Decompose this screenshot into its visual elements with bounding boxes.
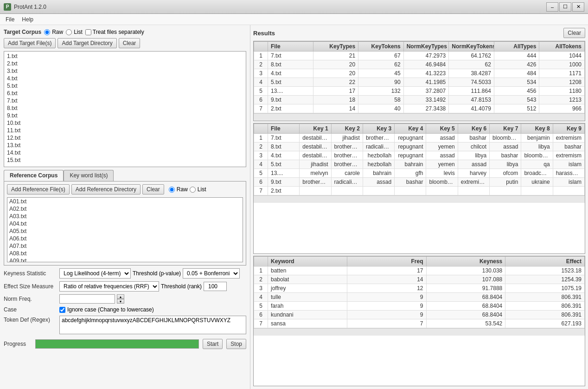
clear-results-button[interactable]: Clear bbox=[563, 28, 585, 38]
table-row[interactable]: 28.txtdestabilisingbrotherhoodradicalise… bbox=[254, 143, 585, 151]
table-row[interactable]: 69.txtbrotherho...radicalisedassadbashar… bbox=[254, 178, 585, 187]
minimize-button[interactable]: – bbox=[546, 2, 558, 12]
col-header[interactable] bbox=[254, 256, 268, 266]
add-target-directory-button[interactable]: Add Target Directory bbox=[58, 38, 116, 48]
table-row[interactable]: 6kundnani968.8404806.391 bbox=[254, 310, 585, 319]
menu-file[interactable]: File bbox=[2, 15, 18, 24]
table-row[interactable]: 72.txt144027.343841.4079512966 bbox=[254, 104, 585, 113]
col-header[interactable]: AllTokens bbox=[539, 42, 585, 52]
keyness-select[interactable]: Log Likelihood (4-term)Chi-squareFisher … bbox=[59, 268, 131, 279]
target-file-item[interactable]: 10.txt bbox=[6, 119, 244, 127]
ref-file-item[interactable]: A01.txt bbox=[7, 198, 243, 205]
norm-freq-input[interactable]: per 1000 words bbox=[59, 294, 115, 304]
menu-help[interactable]: Help bbox=[18, 15, 37, 24]
table-row[interactable]: 5farah968.8404806.391 bbox=[254, 301, 585, 310]
radio-list[interactable] bbox=[66, 29, 72, 35]
col-header[interactable]: Key 8 bbox=[521, 124, 553, 134]
ref-file-item[interactable]: A02.txt bbox=[7, 205, 243, 213]
col-header[interactable] bbox=[254, 42, 268, 52]
clear-reference-button[interactable]: Clear bbox=[142, 184, 164, 194]
top-table-scroll[interactable]: FileKeyTypesKeyTokensNormKeyTypesNormKey… bbox=[254, 41, 585, 113]
col-header[interactable]: Effect bbox=[505, 256, 585, 266]
tab-keyword-list[interactable]: Key word list(s) bbox=[64, 170, 114, 181]
middle-table-scroll[interactable]: FileKey 1Key 2Key 3Key 4Key 5Key 6Key 7K… bbox=[254, 123, 585, 195]
table-row[interactable]: 1batten17130.0381523.18 bbox=[254, 266, 585, 275]
treat-files-separately-group[interactable]: Treat files separately bbox=[85, 29, 144, 35]
col-header[interactable]: NormKeyTokens bbox=[449, 42, 494, 52]
target-file-item[interactable]: 5.txt bbox=[6, 82, 244, 90]
col-header[interactable]: File bbox=[268, 42, 313, 52]
ref-radio-list-group[interactable]: List bbox=[190, 184, 206, 194]
target-file-item[interactable]: 9.txt bbox=[6, 112, 244, 119]
table-row[interactable]: 3joffrey1291.78881075.19 bbox=[254, 284, 585, 292]
col-header[interactable]: Key 5 bbox=[426, 124, 458, 134]
target-file-item[interactable]: 15.txt bbox=[6, 156, 244, 164]
col-header[interactable]: Key 1 bbox=[300, 124, 331, 134]
target-file-list[interactable]: 1.txt2.txt3.txt4.txt5.txt6.txt7.txt8.txt… bbox=[4, 52, 246, 167]
target-file-item[interactable]: 6.txt bbox=[6, 90, 244, 97]
table-row[interactable]: 34.txtdestabilisingbrotherhoodhezbollahr… bbox=[254, 151, 585, 160]
table-row[interactable]: 72.txt bbox=[254, 187, 585, 195]
table-row[interactable]: 45.txtjihadistbrotherhoodhezbollahbahrai… bbox=[254, 160, 585, 169]
ref-file-item[interactable]: A06.txt bbox=[7, 235, 243, 242]
ref-file-item[interactable]: A05.txt bbox=[7, 227, 243, 235]
ref-file-list[interactable]: A01.txtA02.txtA03.txtA04.txtA05.txtA06.t… bbox=[7, 197, 243, 262]
col-header[interactable]: File bbox=[268, 124, 300, 134]
effect-size-select[interactable]: Ratio of relative frequencies (RRF)Log R… bbox=[59, 281, 159, 292]
norm-freq-down[interactable]: ▼ bbox=[117, 299, 124, 304]
bottom-scrollbar-h[interactable] bbox=[254, 328, 585, 336]
table-row[interactable]: 513....1713237.2807111.8644561180 bbox=[254, 87, 585, 96]
table-row[interactable]: 2babolat14107.0881254.39 bbox=[254, 275, 585, 284]
clear-target-button[interactable]: Clear bbox=[119, 38, 141, 48]
start-button[interactable]: Start bbox=[203, 339, 223, 349]
ref-file-item[interactable]: A07.txt bbox=[7, 242, 243, 250]
table-row[interactable]: 7sansa753.542627.193 bbox=[254, 319, 585, 328]
ref-file-item[interactable]: A04.txt bbox=[7, 220, 243, 227]
target-file-item[interactable]: 4.txt bbox=[6, 75, 244, 82]
add-reference-directory-button[interactable]: Add Reference Directory bbox=[71, 184, 141, 194]
col-header[interactable]: Keyword bbox=[268, 256, 347, 266]
col-header[interactable] bbox=[254, 124, 268, 134]
ref-radio-list[interactable] bbox=[190, 187, 196, 193]
radio-raw-group[interactable]: Raw bbox=[44, 29, 63, 35]
target-file-item[interactable]: 14.txt bbox=[6, 149, 244, 156]
table-row[interactable]: 45.txt229041.198574.50335341208 bbox=[254, 78, 585, 87]
col-header[interactable]: Key 7 bbox=[490, 124, 521, 134]
target-file-item[interactable]: 7.txt bbox=[6, 97, 244, 104]
ignore-case-checkbox[interactable] bbox=[59, 307, 65, 313]
ref-file-item[interactable]: A03.txt bbox=[7, 213, 243, 220]
col-header[interactable]: Key 6 bbox=[458, 124, 489, 134]
middle-scrollbar-h[interactable] bbox=[254, 195, 585, 203]
close-button[interactable]: ✕ bbox=[572, 2, 584, 12]
col-header[interactable]: Key 4 bbox=[395, 124, 426, 134]
table-row[interactable]: 4tulle968.8404806.391 bbox=[254, 292, 585, 301]
bottom-table-scroll[interactable]: KeywordFreqKeynessEffect1batten17130.038… bbox=[254, 256, 585, 328]
col-header[interactable]: Key 3 bbox=[363, 124, 394, 134]
col-header[interactable]: Key 9 bbox=[553, 124, 584, 134]
table-row[interactable]: 28.txt206246.9484624261000 bbox=[254, 60, 585, 69]
table-row[interactable]: 17.txtdestabilisingjihadistbrotherhoodre… bbox=[254, 134, 585, 143]
stop-button[interactable]: Stop bbox=[226, 339, 246, 349]
target-file-item[interactable]: 12.txt bbox=[6, 134, 244, 142]
rank-input[interactable]: 100 bbox=[204, 282, 227, 291]
col-header[interactable]: Key 2 bbox=[331, 124, 363, 134]
target-file-item[interactable]: 13.txt bbox=[6, 142, 244, 149]
col-header[interactable]: AllTypes bbox=[494, 42, 539, 52]
add-reference-files-button[interactable]: Add Reference File(s) bbox=[7, 184, 70, 194]
ref-radio-raw-group[interactable]: Raw bbox=[169, 184, 188, 194]
add-target-files-button[interactable]: Add Target File(s) bbox=[4, 38, 56, 48]
col-header[interactable]: Keyness bbox=[426, 256, 505, 266]
tab-reference-corpus[interactable]: Reference Corpus bbox=[4, 170, 64, 181]
radio-list-group[interactable]: List bbox=[66, 29, 83, 35]
ref-radio-raw[interactable] bbox=[169, 187, 175, 193]
threshold-select[interactable]: 0.05 + Bonferroni0.050.010.001 bbox=[183, 268, 240, 279]
norm-freq-up[interactable]: ▲ bbox=[117, 294, 124, 299]
col-header[interactable]: Freq bbox=[347, 256, 426, 266]
col-header[interactable]: KeyTypes bbox=[313, 42, 358, 52]
ignore-case-group[interactable]: Ignore case (Change to lowercase) bbox=[59, 306, 154, 313]
ref-file-item[interactable]: A08.txt bbox=[7, 250, 243, 257]
table-row[interactable]: 69.txt185833.149247.81535431213 bbox=[254, 96, 585, 104]
radio-raw[interactable] bbox=[44, 29, 50, 35]
top-scrollbar-h[interactable] bbox=[254, 113, 585, 121]
maximize-button[interactable]: ☐ bbox=[559, 2, 571, 12]
